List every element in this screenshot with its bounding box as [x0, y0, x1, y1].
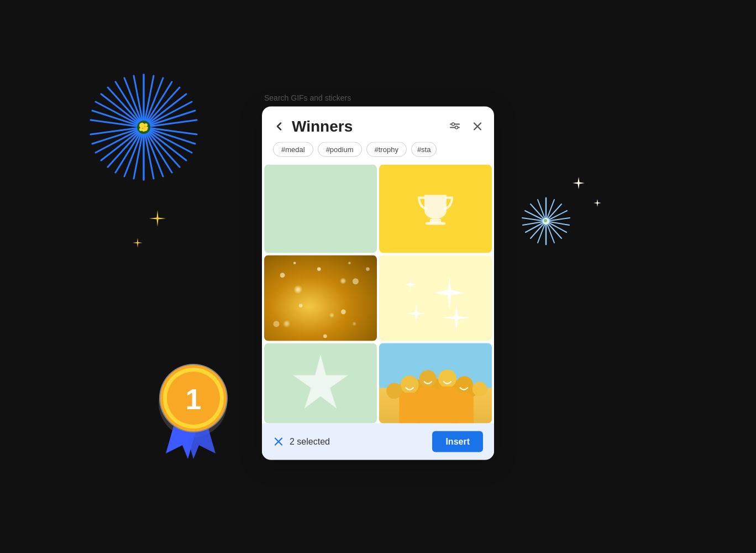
- svg-line-19: [124, 127, 144, 176]
- svg-line-32: [124, 78, 144, 127]
- selected-info: 2 selected: [273, 436, 330, 447]
- svg-point-91: [456, 376, 473, 393]
- gif-cell-5[interactable]: [264, 343, 377, 424]
- svg-line-46: [546, 221, 569, 225]
- light-starburst-decoration: [518, 194, 574, 249]
- sparkle-decoration-2: [133, 238, 143, 251]
- dialog-header: Winners: [262, 107, 494, 142]
- gif-cell-6[interactable]: [379, 343, 492, 424]
- svg-point-64: [159, 364, 228, 432]
- svg-line-48: [546, 221, 561, 238]
- svg-line-31: [116, 82, 144, 127]
- clear-selection-button[interactable]: [273, 436, 284, 447]
- close-button[interactable]: [472, 121, 483, 132]
- svg-line-45: [546, 218, 570, 221]
- svg-rect-97: [454, 393, 474, 423]
- svg-line-20: [116, 127, 144, 173]
- svg-line-49: [546, 221, 554, 243]
- tag-podium[interactable]: #podium: [318, 142, 362, 157]
- svg-line-23: [96, 127, 144, 153]
- svg-line-57: [531, 204, 546, 221]
- svg-line-58: [538, 200, 546, 221]
- svg-point-80: [366, 267, 370, 271]
- svg-line-51: [538, 221, 546, 243]
- svg-line-25: [91, 127, 144, 134]
- dialog-title: Winners: [292, 118, 442, 135]
- svg-line-6: [144, 102, 192, 127]
- tags-row: #medal #podium #trophy #sta: [262, 142, 494, 165]
- blue-starburst-decoration: [83, 66, 204, 188]
- svg-point-65: [160, 365, 227, 431]
- svg-point-89: [419, 370, 437, 387]
- gif-cell-2[interactable]: [379, 165, 492, 253]
- filter-button[interactable]: [449, 121, 461, 133]
- gif-cell-4[interactable]: [379, 255, 492, 341]
- svg-point-38: [139, 128, 143, 131]
- svg-line-9: [144, 127, 197, 134]
- svg-point-40: [146, 127, 148, 129]
- gif-search-dialog: Winners #medal #podium #trophy #sta: [262, 107, 494, 460]
- svg-line-8: [144, 120, 197, 127]
- svg-point-82: [323, 335, 327, 338]
- tag-trophy[interactable]: #trophy: [366, 142, 407, 157]
- svg-point-59: [543, 218, 549, 225]
- svg-point-34: [137, 121, 150, 134]
- svg-line-43: [546, 204, 561, 221]
- selected-count-text: 2 selected: [290, 437, 330, 447]
- svg-line-44: [546, 211, 567, 221]
- svg-point-66: [163, 368, 224, 429]
- svg-line-22: [101, 127, 144, 160]
- gif-cell-3[interactable]: [264, 255, 377, 341]
- svg-point-60: [544, 219, 547, 222]
- svg-line-55: [522, 218, 546, 221]
- svg-line-42: [546, 200, 554, 221]
- svg-text:1: 1: [186, 383, 202, 415]
- svg-line-4: [144, 87, 180, 127]
- svg-line-26: [91, 120, 144, 127]
- svg-line-5: [144, 94, 186, 127]
- medal-decoration: 1: [138, 343, 249, 465]
- svg-point-92: [473, 382, 487, 396]
- svg-point-81: [274, 321, 280, 327]
- sparkle-decoration-4: [594, 199, 601, 208]
- svg-line-15: [144, 127, 163, 176]
- svg-line-21: [108, 127, 144, 167]
- insert-button[interactable]: Insert: [432, 431, 483, 452]
- svg-line-28: [96, 102, 144, 127]
- svg-line-56: [525, 211, 546, 221]
- svg-line-53: [526, 221, 546, 232]
- svg-marker-62: [166, 415, 199, 459]
- back-button[interactable]: [273, 121, 285, 133]
- svg-line-52: [531, 221, 546, 238]
- svg-point-88: [401, 375, 419, 394]
- svg-point-37: [144, 123, 148, 127]
- svg-point-83: [293, 262, 296, 264]
- svg-point-36: [143, 127, 148, 131]
- svg-line-18: [134, 127, 144, 179]
- svg-line-33: [134, 76, 144, 127]
- svg-line-10: [144, 127, 195, 144]
- tag-medal[interactable]: #medal: [273, 142, 313, 157]
- svg-line-27: [92, 111, 144, 127]
- svg-marker-63: [182, 415, 216, 459]
- svg-line-12: [144, 127, 186, 160]
- svg-line-7: [144, 111, 195, 127]
- gif-cell-1[interactable]: [264, 165, 377, 253]
- svg-line-30: [108, 87, 144, 127]
- svg-point-76: [317, 267, 321, 271]
- svg-line-54: [523, 221, 546, 225]
- tag-star[interactable]: #sta: [411, 142, 437, 157]
- dialog-wrapper: Search GIFs and stickers Winners: [262, 93, 494, 460]
- svg-point-84: [348, 262, 350, 264]
- svg-point-90: [438, 369, 456, 388]
- svg-line-29: [101, 94, 144, 127]
- svg-line-24: [92, 127, 144, 144]
- sparkle-decoration-1: [149, 210, 166, 231]
- svg-line-1: [144, 76, 154, 127]
- search-label: Search GIFs and stickers: [262, 93, 494, 102]
- svg-line-16: [144, 127, 154, 179]
- svg-line-47: [546, 221, 566, 232]
- svg-point-67: [167, 372, 220, 425]
- svg-point-77: [353, 278, 359, 284]
- svg-marker-85: [293, 354, 348, 408]
